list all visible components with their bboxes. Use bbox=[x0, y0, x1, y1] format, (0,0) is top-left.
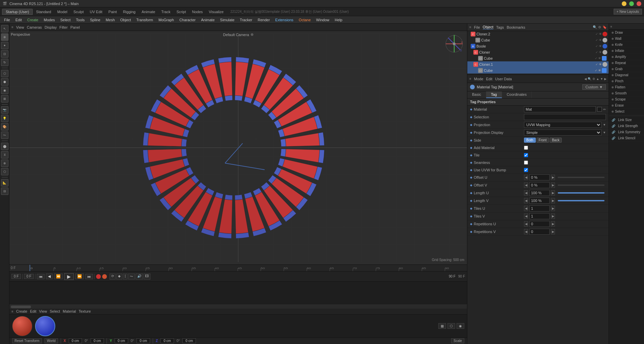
measure-btn[interactable]: 📐 bbox=[1, 179, 8, 187]
menu-help[interactable]: Help bbox=[332, 16, 345, 23]
tree-item-boole[interactable]: B Boole ✓ 👁 bbox=[467, 43, 609, 49]
light-tool-btn[interactable]: 💡 bbox=[1, 115, 8, 122]
prop-tile-checkbox[interactable] bbox=[524, 153, 528, 157]
menu-modes[interactable]: Modes bbox=[41, 16, 58, 23]
prop-material-edit-icon[interactable]: ✏ bbox=[603, 108, 606, 111]
tab-script[interactable]: Script bbox=[174, 9, 188, 15]
menu-octane[interactable]: Octane bbox=[296, 16, 313, 23]
sculpt-item-select[interactable]: Select bbox=[609, 109, 644, 115]
tree-vis-cube2[interactable]: 👁 bbox=[598, 57, 601, 60]
mograph-btn[interactable]: ⊕ bbox=[1, 160, 8, 167]
mat-menu-select[interactable]: Select bbox=[50, 309, 60, 313]
rep-v-dec-btn[interactable]: ◀ bbox=[524, 229, 528, 234]
scale-tool-btn[interactable]: ⊡ bbox=[1, 50, 8, 58]
align-btn[interactable]: ⊟ bbox=[1, 188, 8, 195]
scene-tab-bookmarks[interactable]: Bookmarks bbox=[507, 25, 525, 29]
sculpt-item-smooth[interactable]: Smooth bbox=[609, 90, 644, 96]
x-rot-input[interactable]: 0° bbox=[85, 339, 88, 343]
menu-tracker[interactable]: Tracker bbox=[237, 16, 255, 23]
prop-rep-v-input[interactable] bbox=[529, 229, 550, 235]
menu-transform[interactable]: Transform bbox=[134, 16, 156, 23]
fps-button[interactable]: 🎞 bbox=[144, 274, 150, 280]
offset-v-dec-btn[interactable]: ◀ bbox=[524, 182, 528, 188]
menu-create[interactable]: Create bbox=[25, 16, 41, 23]
y-rot-input[interactable]: 0° bbox=[131, 339, 134, 343]
tree-vis-cube1[interactable]: 👁 bbox=[599, 38, 602, 42]
mode-icon-3[interactable]: ⚙ bbox=[592, 77, 595, 81]
startup-tab[interactable]: Startup (User) bbox=[2, 9, 33, 15]
uvw-tool-btn[interactable]: ⊞ bbox=[1, 95, 8, 103]
length-v-slider[interactable] bbox=[558, 200, 605, 201]
tree-check-cube1[interactable]: ✓ bbox=[595, 38, 598, 42]
tree-check-cube2[interactable]: ✓ bbox=[595, 57, 597, 60]
viewport-panel-menu[interactable]: Panel bbox=[70, 25, 80, 29]
new-layouts-button[interactable]: + New Layouts bbox=[614, 9, 642, 15]
sculpt-item-flatten[interactable]: Flatten bbox=[609, 84, 644, 90]
menu-select[interactable]: Select bbox=[58, 16, 74, 23]
tree-check-cloner2[interactable]: ✓ bbox=[595, 32, 598, 36]
tree-vis-cube3[interactable]: 👁 bbox=[598, 69, 601, 72]
goto-start-button[interactable]: ⏮ bbox=[37, 274, 45, 279]
autokey-button[interactable] bbox=[102, 274, 107, 279]
tiles-u-inc-btn[interactable]: ▶ bbox=[551, 206, 555, 211]
viewport-filter-menu[interactable]: Filter bbox=[59, 25, 67, 29]
length-v-inc-btn[interactable]: ▶ bbox=[551, 198, 555, 203]
tab-nodes[interactable]: Nodes bbox=[189, 9, 206, 15]
active-tool-btn[interactable]: ⊕ bbox=[1, 33, 8, 41]
tab-rigging[interactable]: Rigging bbox=[120, 9, 138, 15]
tab-visualize[interactable]: Visualize bbox=[206, 9, 226, 15]
viewport-cameras-menu[interactable]: Cameras bbox=[27, 25, 42, 29]
offset-u-inc-btn[interactable]: ▶ bbox=[551, 175, 555, 180]
tree-check-cloner1[interactable]: ✓ bbox=[595, 63, 598, 66]
reset-transform-button[interactable]: Reset Transform bbox=[12, 338, 42, 343]
menu-simulate[interactable]: Simulate bbox=[217, 16, 237, 23]
timeline-scroll-thumb[interactable] bbox=[11, 306, 31, 308]
dynamics-btn[interactable]: ⬡ bbox=[1, 168, 8, 175]
viewport-display-menu[interactable]: Display bbox=[45, 25, 57, 29]
mat-icon-2[interactable]: ⬡ bbox=[447, 323, 455, 329]
prop-use-uvw-checkbox[interactable] bbox=[524, 168, 528, 172]
mat-menu-texture[interactable]: Texture bbox=[79, 309, 91, 313]
mode-tab-mode[interactable]: Mode bbox=[474, 77, 484, 81]
sculpt-item-repeat[interactable]: Repeat bbox=[609, 60, 644, 66]
move-tool-btn[interactable]: ✦ bbox=[1, 42, 8, 49]
menu-extensions[interactable]: Extensions bbox=[272, 16, 296, 23]
prop-projection-select[interactable]: UVW Mapping Flat Box Cylindrical Spheric… bbox=[524, 122, 602, 128]
select-tool-btn[interactable]: ↖ bbox=[1, 25, 8, 32]
material-2-preview[interactable] bbox=[35, 316, 55, 336]
spline-tool-btn[interactable]: 〜 bbox=[1, 132, 8, 139]
scene-tab-file[interactable]: File bbox=[474, 25, 480, 29]
sculpt-item-grab[interactable]: Grab bbox=[609, 66, 644, 72]
sculpt-item-knife[interactable]: Knife bbox=[609, 42, 644, 48]
sculpt-item-linkstencil[interactable]: 🔗Link Stencil bbox=[609, 135, 644, 141]
tree-vis-boole[interactable]: 👁 bbox=[599, 45, 602, 48]
mode-icon-6[interactable]: ▶ bbox=[604, 77, 607, 81]
ptab-coordinates[interactable]: Coordinates bbox=[502, 91, 532, 98]
offset-v-slider[interactable] bbox=[558, 184, 605, 186]
z-rot-input[interactable]: 0° bbox=[177, 339, 180, 343]
sculpt-item-erase[interactable]: Erase bbox=[609, 103, 644, 109]
loop-button[interactable]: ⟳ bbox=[110, 274, 116, 280]
tree-item-cloner[interactable]: C Cloner ✓ 👁 bbox=[467, 49, 609, 55]
close-button[interactable] bbox=[637, 1, 641, 6]
motion-button[interactable]: 〜 bbox=[128, 274, 135, 280]
deform-btn[interactable]: ⧖ bbox=[1, 151, 8, 159]
custom-dropdown[interactable]: Custom ▼ bbox=[582, 84, 606, 90]
tab-sculpt[interactable]: Sculpt bbox=[71, 9, 87, 15]
mode-menu-icon[interactable]: ≡ bbox=[469, 77, 471, 81]
tab-track[interactable]: Track bbox=[158, 9, 173, 15]
sculpt-menu-icon[interactable]: ≡ bbox=[610, 25, 612, 28]
menu-character[interactable]: Character bbox=[177, 16, 198, 23]
timeline-track-area[interactable] bbox=[9, 282, 467, 309]
tiles-u-dec-btn[interactable]: ◀ bbox=[524, 206, 528, 211]
tree-check-cube3[interactable]: ✓ bbox=[595, 69, 597, 72]
mat-menu-view[interactable]: View bbox=[39, 309, 47, 313]
sculpt-item-amplify[interactable]: Amplify bbox=[609, 54, 644, 60]
goto-end-button[interactable]: ⏭ bbox=[85, 274, 93, 279]
menu-tools[interactable]: Tools bbox=[73, 16, 87, 23]
offset-v-inc-btn[interactable]: ▶ bbox=[551, 182, 555, 188]
point-tool-btn[interactable]: ◉ bbox=[1, 87, 8, 94]
tree-vis-cloner1[interactable]: 👁 bbox=[599, 63, 602, 66]
tree-vis-cloner2[interactable]: 👁 bbox=[599, 32, 602, 36]
record-button[interactable] bbox=[96, 274, 101, 279]
